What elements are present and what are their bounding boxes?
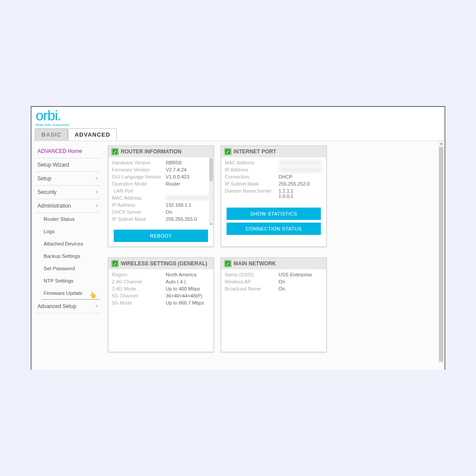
- row-value: North America: [166, 272, 210, 277]
- info-row: Hardware VersionRBR50: [112, 159, 210, 166]
- sidebar-item-setup[interactable]: Setup+: [36, 172, 100, 186]
- sidebar-item-administration[interactable]: Administration+: [36, 199, 100, 213]
- sidebar-item-security[interactable]: Security+: [36, 186, 100, 199]
- admin-submenu: Router Status Logs Attached Devices Back…: [36, 213, 100, 300]
- sidebar-item-setup-wizard[interactable]: Setup Wizard: [36, 158, 100, 172]
- sidebar-sub-ntp-settings[interactable]: NTP Settings: [42, 275, 100, 287]
- row-label: IP Subnet Mask: [225, 181, 279, 186]
- row-label: LAN Port: [112, 188, 166, 193]
- plus-icon: +: [95, 203, 98, 209]
- row-label: 2.4G Mode: [112, 286, 166, 291]
- info-row: Domain Name Server1.1.1.1 1.0.0.1: [225, 187, 323, 200]
- panel-title: ROUTER INFORMATION: [121, 149, 182, 155]
- panel-header: ✓ ROUTER INFORMATION: [108, 146, 213, 157]
- panel-title: MAIN NETWORK: [234, 260, 276, 267]
- row-label: Connection: [225, 174, 279, 179]
- panel-body: MAC AddressIP AddressConnectionDHCPIP Su…: [221, 157, 326, 203]
- row-label: IP Address: [225, 167, 279, 172]
- info-row: IP Subnet Mask255.255.255.0: [112, 216, 210, 223]
- panel-body: Name (SSID)USS EnterpriseWireless APOnBr…: [221, 269, 326, 296]
- row-label: Domain Name Server: [225, 188, 279, 199]
- orbi-logo: orbi. Better WiFi. Everywhere.: [35, 108, 441, 127]
- sidebar-item-advanced-home[interactable]: ADVANCED Home: [36, 145, 100, 158]
- row-label: Region: [112, 272, 166, 277]
- scroll-thumb[interactable]: [439, 147, 443, 361]
- check-icon: ✓: [225, 149, 231, 155]
- plus-icon: +: [95, 175, 98, 182]
- row-value: [279, 160, 323, 165]
- check-icon: ✓: [112, 260, 118, 267]
- info-row: IP Subnet Mask255.255.252.0: [225, 180, 323, 187]
- scroll-thumb[interactable]: [209, 159, 213, 181]
- info-row: Broadcast NameOn: [225, 285, 323, 292]
- reboot-button[interactable]: REBOOT: [114, 230, 208, 242]
- row-value: [279, 167, 323, 172]
- row-label: Broadcast Name: [225, 286, 279, 291]
- row-label: Wireless AP: [225, 279, 279, 284]
- tab-basic[interactable]: BASIC: [35, 128, 68, 141]
- row-value: V1.0.0.423: [166, 174, 210, 179]
- show-statistics-button[interactable]: SHOW STATISTICS: [227, 208, 321, 220]
- sidebar-sub-firmware-update[interactable]: Firmware Update: [42, 287, 100, 300]
- sidebar: ADVANCED Home Setup Wizard Setup+ Securi…: [31, 141, 100, 370]
- panel-body: RegionNorth America2.4G ChannelAuto ( 4 …: [108, 269, 213, 310]
- row-value: [166, 195, 210, 201]
- button-wrap: REBOOT: [108, 225, 213, 246]
- sidebar-item-advanced-setup[interactable]: Advanced Setup+: [36, 300, 100, 313]
- info-row: 5G ModeUp to 866.7 Mbps: [112, 299, 210, 306]
- panel-router-information: ✓ ROUTER INFORMATION Hardware VersionRBR…: [108, 145, 214, 247]
- row-label: MAC Address: [112, 195, 166, 201]
- row-label: Name (SSID): [225, 272, 279, 277]
- scroll-up-icon[interactable]: ▴: [439, 141, 444, 145]
- right-column: ✓ INTERNET PORT MAC AddressIP AddressCon…: [221, 145, 327, 365]
- row-value: Router: [166, 181, 210, 186]
- plus-icon: +: [95, 189, 98, 195]
- row-value: Up to 866.7 Mbps: [166, 300, 210, 305]
- sidebar-sub-backup-settings[interactable]: Backup Settings: [42, 250, 100, 262]
- row-label: MAC Address: [225, 160, 279, 165]
- panel-body: Hardware VersionRBR50Firmware VersionV2.…: [108, 157, 213, 225]
- info-row: ConnectionDHCP: [225, 173, 323, 180]
- row-label: DHCP Server: [112, 209, 166, 215]
- sidebar-sub-attached-devices[interactable]: Attached Devices: [42, 238, 100, 250]
- sidebar-sub-logs[interactable]: Logs: [42, 225, 100, 238]
- sidebar-sub-router-status[interactable]: Router Status: [42, 213, 100, 225]
- panel-internet-port: ✓ INTERNET PORT MAC AddressIP AddressCon…: [221, 145, 327, 247]
- row-label: Operation Mode: [112, 181, 166, 186]
- row-label: 5G Mode: [112, 300, 166, 305]
- row-value: DHCP: [279, 174, 323, 179]
- panel-main-network: ✓ MAIN NETWORK Name (SSID)USS Enterprise…: [221, 257, 327, 352]
- logo-text: orbi.: [36, 108, 61, 123]
- row-label: Hardware Version: [112, 160, 166, 165]
- row-label: 2.4G Channel: [112, 279, 166, 284]
- panel-title: WIRELESS SETTINGS (GENERAL): [121, 260, 207, 267]
- row-value: On: [166, 209, 210, 215]
- panel-wireless-settings: ✓ WIRELESS SETTINGS (GENERAL) RegionNort…: [108, 257, 214, 352]
- router-admin-window: orbi. Better WiFi. Everywhere. BASIC ADV…: [31, 106, 445, 370]
- info-row: IP Address: [225, 166, 323, 173]
- row-value: 192.168.1.1: [166, 202, 210, 208]
- content-scrollbar[interactable]: ▴: [439, 141, 444, 363]
- scroll-down-icon[interactable]: ▾: [209, 222, 213, 226]
- tab-advanced[interactable]: ADVANCED: [68, 128, 117, 141]
- check-icon: ✓: [225, 260, 231, 267]
- connection-status-button[interactable]: CONNECTION STATUS: [227, 223, 321, 235]
- row-label: Firmware Version: [112, 167, 166, 172]
- row-value: On: [279, 286, 323, 291]
- info-row: 5G Channel36+40+44+48(P): [112, 292, 210, 299]
- row-value: 1.1.1.1 1.0.0.1: [279, 188, 323, 199]
- header: orbi. Better WiFi. Everywhere. BASIC ADV…: [31, 107, 445, 141]
- info-row: Wireless APOn: [225, 278, 323, 285]
- panel-title: INTERNET PORT: [234, 149, 276, 155]
- sidebar-sub-set-password[interactable]: Set Password: [42, 262, 100, 275]
- plus-icon: +: [95, 303, 98, 309]
- left-column: ✓ ROUTER INFORMATION Hardware VersionRBR…: [108, 145, 214, 365]
- row-value: On: [279, 279, 323, 284]
- info-row: Name (SSID)USS Enterprise: [225, 271, 323, 278]
- body: ADVANCED Home Setup Wizard Setup+ Securi…: [31, 141, 445, 370]
- check-icon: ✓: [112, 149, 118, 155]
- info-row: 2.4G ChannelAuto ( 4 ): [112, 278, 210, 285]
- panel-scrollbar[interactable]: ▴ ▾: [209, 157, 213, 225]
- row-value: 255.255.255.0: [166, 216, 210, 222]
- panel-header: ✓ WIRELESS SETTINGS (GENERAL): [108, 258, 213, 269]
